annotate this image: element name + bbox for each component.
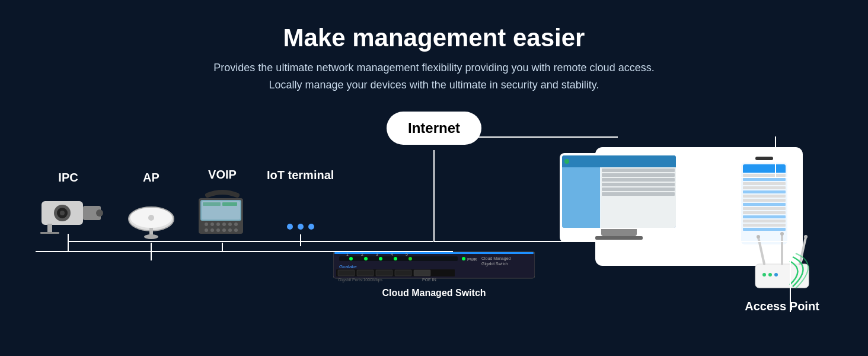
monitor-screen: [562, 155, 676, 228]
monitor-row: [602, 173, 675, 177]
svg-point-24: [234, 223, 238, 226]
svg-text:Gigabit Ports:1000Mbps: Gigabit Ports:1000Mbps: [338, 278, 383, 282]
iot-dot-3: [308, 224, 314, 230]
diagram-section: IPC AP: [0, 106, 868, 331]
svg-rect-33: [334, 252, 534, 254]
svg-rect-34: [339, 256, 458, 261]
iot-device: IoT terminal: [267, 168, 334, 246]
iot-dot-1: [287, 224, 293, 230]
svg-rect-5: [47, 224, 52, 233]
phone-row: [743, 178, 786, 181]
voip-device: VOIP: [196, 168, 249, 252]
svg-text:Goalake: Goalake: [339, 264, 357, 269]
monitor-row: [602, 183, 675, 186]
svg-point-23: [228, 223, 232, 226]
header-section: Make management easier Provides the ulti…: [213, 0, 654, 94]
ipc-icon: [30, 189, 107, 234]
monitor-device: [560, 153, 678, 242]
phone-topbar: [743, 164, 786, 173]
svg-text:5: 5: [406, 252, 408, 256]
iot-vline: [300, 234, 301, 246]
ipc-vline: [68, 234, 69, 252]
svg-point-26: [210, 228, 214, 232]
monitor-frame: [560, 153, 678, 242]
monitor-topbar: [562, 155, 676, 167]
monitor-sidebar: [562, 167, 600, 228]
page-container: Make management easier Provides the ulti…: [0, 0, 868, 356]
svg-point-36: [364, 257, 368, 260]
phone-row: [743, 224, 786, 227]
svg-point-66: [757, 235, 760, 239]
voip-vline: [222, 243, 223, 252]
phone-row: [743, 195, 786, 198]
svg-point-19: [205, 223, 208, 226]
switch-device: PWR 1 2 3 4 5 Goalake Cloud Managed Giga…: [333, 246, 535, 298]
right-hline: [434, 241, 791, 242]
svg-point-61: [768, 273, 772, 276]
svg-point-67: [780, 232, 784, 236]
iot-label: IoT terminal: [267, 168, 334, 182]
voip-label: VOIP: [208, 168, 237, 182]
nav-dot: [564, 159, 569, 164]
svg-point-22: [222, 223, 226, 226]
svg-rect-6: [40, 232, 59, 234]
svg-point-20: [210, 223, 214, 226]
svg-rect-55: [414, 270, 430, 276]
svg-point-28: [222, 228, 226, 232]
phone-row: [743, 207, 786, 210]
ap-device: AP: [125, 171, 178, 260]
svg-point-38: [394, 257, 397, 260]
phone-row: [743, 215, 786, 218]
monitor-stand: [601, 229, 637, 236]
monitor-right-vline: [790, 177, 791, 242]
svg-point-60: [762, 273, 766, 276]
main-hline: [68, 241, 433, 242]
monitor-main: [601, 167, 676, 228]
svg-text:PWR: PWR: [467, 258, 477, 262]
svg-rect-53: [376, 270, 392, 276]
svg-rect-18: [222, 202, 237, 206]
monitor-row: [602, 187, 675, 191]
svg-text:1: 1: [346, 252, 349, 256]
subtitle-line2: Locally manage your devices with the ult…: [213, 77, 654, 94]
svg-text:POE IN: POE IN: [422, 278, 436, 282]
monitor-row: [602, 192, 675, 196]
svg-point-27: [216, 228, 220, 232]
svg-point-4: [60, 211, 65, 215]
svg-point-30: [234, 228, 238, 232]
phone-row: [743, 199, 786, 202]
voip-icon: [196, 186, 249, 243]
monitor-row: [602, 169, 675, 172]
or-text: or: [706, 183, 723, 205]
phone-row: [743, 186, 786, 189]
subtitle: Provides the ultimate network management…: [213, 59, 654, 94]
access-point-label: Access Point: [745, 300, 819, 313]
monitor-row: [602, 178, 675, 182]
svg-text:Cloud Managed: Cloud Managed: [481, 256, 511, 261]
phone-row: [743, 182, 786, 185]
svg-text:4: 4: [391, 252, 393, 256]
internet-bubble-container: Internet: [387, 112, 481, 145]
svg-point-11: [148, 215, 154, 221]
svg-rect-17: [203, 202, 221, 206]
svg-rect-54: [395, 270, 411, 276]
svg-point-68: [804, 235, 808, 239]
phone-notch: [755, 157, 773, 160]
monitor-base: [595, 236, 643, 240]
svg-point-13: [144, 234, 158, 239]
internet-right-hline: [434, 136, 618, 138]
svg-text:Gigabit Switch: Gigabit Switch: [481, 262, 508, 266]
svg-rect-51: [338, 270, 355, 276]
horizontal-line: [36, 251, 453, 252]
svg-text:2: 2: [361, 252, 363, 256]
ap-label: AP: [143, 171, 159, 185]
iot-dot-2: [298, 224, 304, 230]
internet-label: Internet: [408, 120, 460, 136]
subtitle-line1: Provides the ultimate network management…: [213, 59, 654, 77]
svg-point-62: [774, 273, 778, 276]
switch-label: Cloud Managed Switch: [382, 288, 486, 298]
svg-point-37: [379, 257, 382, 260]
svg-point-40: [462, 257, 465, 260]
ipc-label: IPC: [58, 171, 78, 185]
ap-icon: [125, 189, 178, 243]
